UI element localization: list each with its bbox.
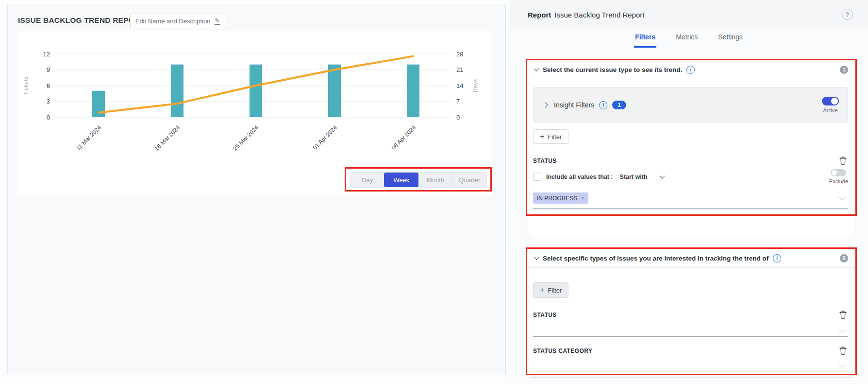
- svg-text:9: 9: [47, 66, 50, 73]
- chevron-down-icon: [839, 362, 845, 368]
- status-value-select[interactable]: [533, 322, 848, 337]
- help-button[interactable]: ?: [842, 9, 853, 20]
- edit-name-description-button[interactable]: Edit Name and Description ✎: [130, 14, 225, 28]
- period-button-day[interactable]: Day: [351, 173, 384, 187]
- chevron-down-icon: [534, 254, 539, 260]
- filter-section-current-issue-type: Select the current issue type to see its…: [528, 60, 855, 236]
- insight-filters-count-badge: 1: [612, 101, 626, 109]
- section1-header[interactable]: Select the current issue type to see its…: [528, 60, 855, 79]
- svg-text:18 Mar 2024: 18 Mar 2024: [153, 124, 182, 152]
- chevron-down-icon: [534, 66, 539, 71]
- svg-text:28: 28: [456, 51, 463, 58]
- status-chip-label: IN PROGRESS: [537, 195, 577, 202]
- section2-title: Select specific types of issues you are …: [543, 255, 768, 262]
- info-icon[interactable]: i: [599, 101, 607, 109]
- chevron-down-icon: [659, 173, 665, 178]
- svg-text:21: 21: [456, 66, 463, 73]
- svg-text:12: 12: [43, 51, 50, 58]
- card-footer-strip: [528, 371, 855, 377]
- plus-icon: +: [540, 133, 544, 140]
- svg-text:Tickets: Tickets: [23, 76, 29, 95]
- status-chip: IN PROGRESS ×: [533, 192, 588, 204]
- add-filter-label: Filter: [548, 287, 562, 294]
- insight-filters-toggle[interactable]: [822, 97, 839, 105]
- include-all-checkbox[interactable]: [533, 173, 541, 181]
- add-filter-button[interactable]: + Filter: [533, 282, 568, 298]
- status-category-field-row: STATUS CATEGORY: [533, 347, 848, 355]
- svg-text:7: 7: [456, 98, 460, 105]
- help-icon: ?: [846, 11, 850, 18]
- include-all-label: Include all values that :: [546, 174, 613, 180]
- insight-toggle-state-label: Active: [823, 107, 838, 113]
- chevron-right-icon: [542, 102, 548, 107]
- section1-body: Insight Filters i 1 Active + Filter STAT…: [528, 79, 855, 209]
- status-category-value-select[interactable]: [533, 358, 848, 371]
- chevron-down-icon: [839, 327, 845, 333]
- svg-text:3: 3: [47, 98, 50, 105]
- delete-status-filter-button[interactable]: [839, 157, 847, 165]
- insight-toggle-group: Active: [822, 97, 839, 113]
- section1-title: Select the current issue type to see its…: [543, 66, 682, 73]
- operator-value: Start with: [620, 174, 648, 180]
- period-toggle-group: Day Week Month Quarter: [350, 172, 487, 188]
- svg-text:Days: Days: [472, 79, 478, 92]
- add-filter-button[interactable]: + Filter: [533, 129, 568, 144]
- add-filter-label: Filter: [548, 133, 562, 140]
- filter-section-specific-issue-types: Select specific types of issues you are …: [528, 248, 855, 378]
- svg-text:11 Mar 2024: 11 Mar 2024: [75, 124, 102, 152]
- page-title: ISSUE BACKLOG TREND REPORT: [18, 16, 145, 25]
- insight-filters-label: Insight Filters: [554, 101, 594, 109]
- panel-tabs: Filters Metrics Settings: [510, 32, 868, 48]
- report-canvas-panel: ISSUE BACKLOG TREND REPORT Edit Name and…: [7, 4, 506, 374]
- svg-text:0: 0: [47, 114, 50, 121]
- delete-status-filter-button[interactable]: [839, 311, 847, 319]
- tab-settings[interactable]: Settings: [717, 32, 744, 48]
- toggle-knob: [831, 98, 838, 105]
- period-button-week[interactable]: Week: [384, 173, 418, 187]
- svg-text:08 Apr 2024: 08 Apr 2024: [390, 124, 417, 151]
- svg-text:6: 6: [47, 82, 50, 89]
- chart-card: 0369120714212811 Mar 202418 Mar 202425 M…: [18, 31, 492, 195]
- section2-body: + Filter STATUS STATUS CATEGO: [528, 268, 855, 371]
- section2-count-badge: 0: [840, 254, 848, 262]
- svg-text:0: 0: [456, 114, 460, 121]
- status-field-row: STATUS: [533, 157, 848, 165]
- trash-icon: [839, 311, 847, 319]
- panel-header: Report Issue Backlog Trend Report: [510, 0, 868, 29]
- svg-text:14: 14: [456, 82, 463, 89]
- period-button-month[interactable]: Month: [418, 173, 452, 187]
- operator-select[interactable]: Start with: [620, 174, 664, 180]
- trash-icon: [839, 157, 847, 165]
- trash-icon: [839, 347, 847, 355]
- exclude-toggle[interactable]: [831, 169, 846, 176]
- report-settings-panel: Report Issue Backlog Trend Report ? Filt…: [510, 0, 868, 384]
- chevron-down-icon: [839, 194, 845, 200]
- close-icon[interactable]: ×: [581, 194, 584, 202]
- exclude-toggle-group: Exclude: [829, 169, 848, 184]
- info-icon[interactable]: i: [686, 66, 695, 74]
- tab-filters[interactable]: Filters: [634, 32, 656, 48]
- delete-status-category-filter-button[interactable]: [839, 347, 847, 355]
- section1-count-badge: 1: [840, 66, 848, 74]
- plus-icon: +: [540, 286, 544, 294]
- period-button-quarter[interactable]: Quarter: [452, 173, 486, 187]
- panel-header-title: Issue Backlog Trend Report: [554, 11, 644, 19]
- info-icon[interactable]: i: [773, 254, 781, 262]
- exclude-label: Exclude: [829, 178, 848, 184]
- status-category-field-label: STATUS CATEGORY: [533, 348, 592, 354]
- status-field-label: STATUS: [533, 157, 557, 164]
- edit-pencil-icon: ✎: [215, 17, 220, 25]
- svg-text:25 Mar 2024: 25 Mar 2024: [232, 124, 260, 152]
- section2-header[interactable]: Select specific types of issues you are …: [528, 249, 855, 268]
- edit-button-label: Edit Name and Description: [135, 17, 211, 25]
- trend-chart: 0369120714212811 Mar 202418 Mar 202425 M…: [18, 31, 492, 195]
- insight-filters-row[interactable]: Insight Filters i 1 Active: [533, 87, 848, 123]
- include-values-row: Include all values that : Start with Exc…: [533, 169, 848, 184]
- status-value-select[interactable]: IN PROGRESS ×: [533, 192, 848, 209]
- dashboard-page: ISSUE BACKLOG TREND REPORT Edit Name and…: [0, 0, 868, 384]
- toggle-knob: [832, 170, 837, 175]
- tab-metrics[interactable]: Metrics: [675, 32, 699, 48]
- panel-header-label: Report: [528, 11, 551, 19]
- status-field-row: STATUS: [533, 311, 848, 319]
- status-field-label: STATUS: [533, 312, 557, 318]
